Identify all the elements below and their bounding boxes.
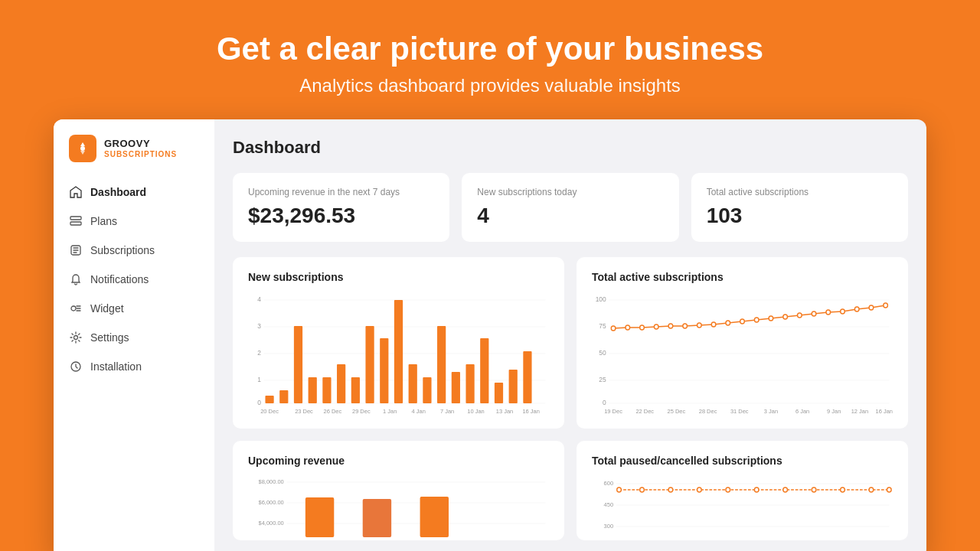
svg-text:7 Jan: 7 Jan [440,408,454,415]
bar-chart-svg: 4 3 2 1 0 [248,292,549,415]
svg-text:16 Jan: 16 Jan [522,408,539,415]
sidebar-item-settings[interactable]: Settings [54,323,214,352]
svg-point-109 [841,487,845,492]
svg-text:6 Jan: 6 Jan [795,408,809,415]
svg-rect-32 [480,338,488,403]
svg-text:75: 75 [599,322,606,330]
widget-label: Widget [90,302,124,315]
svg-text:28 Dec: 28 Dec [699,408,717,415]
home-icon [69,185,83,199]
svg-text:29 Dec: 29 Dec [352,408,371,415]
svg-rect-28 [423,377,431,403]
svg-rect-23 [351,377,360,403]
svg-point-5 [74,336,78,340]
installation-label: Installation [90,360,142,373]
stat-new-subs-label: New subscriptions today [477,187,663,197]
svg-point-59 [654,324,658,329]
svg-point-75 [884,303,888,308]
svg-rect-34 [509,370,518,403]
sidebar: GROOVY SUBSCRIPTIONS Dashboard [54,119,214,551]
svg-rect-92 [305,497,334,537]
svg-point-60 [668,324,673,328]
svg-rect-33 [495,383,503,403]
svg-point-0 [80,146,85,151]
sidebar-item-plans[interactable]: Plans [54,207,214,236]
svg-point-66 [754,318,759,322]
sidebar-nav: Dashboard Plans Subscrip [54,178,214,381]
stat-card-revenue: Upcoming revenue in the next 7 days $23,… [233,173,449,242]
svg-rect-21 [322,377,331,403]
plans-label: Plans [90,215,117,227]
svg-point-68 [783,315,788,319]
stat-card-active-subs: Total active subscriptions 103 [691,173,908,242]
total-active-chart: Total active subscriptions 100 75 50 25 … [577,257,908,429]
svg-rect-31 [466,364,474,403]
upcoming-revenue-title: Upcoming revenue [248,455,549,467]
sidebar-item-notifications[interactable]: Notifications [54,265,214,294]
line-chart-container: 100 75 50 25 0 [592,292,893,415]
svg-text:10 Jan: 10 Jan [467,408,484,415]
svg-point-74 [869,305,874,310]
svg-text:$4,000.00: $4,000.00 [259,520,284,527]
line-chart-svg: 100 75 50 25 0 [592,292,893,415]
svg-text:1: 1 [257,376,261,383]
svg-point-62 [697,323,702,328]
svg-rect-26 [394,300,403,403]
svg-text:20 Dec: 20 Dec [260,408,279,415]
upcoming-revenue-svg: $8,000.00 $6,000.00 $4,000.00 [248,476,549,537]
svg-text:26 Dec: 26 Dec [324,408,342,415]
notifications-icon [69,272,83,286]
svg-point-56 [611,326,616,331]
stat-active-subs-label: Total active subscriptions [707,187,893,197]
svg-text:$8,000.00: $8,000.00 [259,478,284,485]
svg-text:25: 25 [599,376,606,383]
svg-rect-27 [409,364,417,403]
sidebar-item-dashboard[interactable]: Dashboard [54,178,214,207]
svg-rect-17 [265,396,273,403]
svg-text:4: 4 [257,295,261,303]
svg-text:4 Jan: 4 Jan [412,408,426,415]
subscriptions-icon [69,243,83,257]
svg-rect-25 [380,338,388,403]
settings-label: Settings [90,331,129,344]
installation-icon [69,360,83,373]
stat-new-subs-value: 4 [477,204,663,228]
svg-point-101 [617,487,622,492]
stat-revenue-label: Upcoming revenue in the next 7 days [248,187,434,197]
svg-text:$6,000.00: $6,000.00 [259,499,284,506]
svg-point-105 [726,487,730,492]
svg-text:31 Dec: 31 Dec [730,408,749,415]
svg-point-108 [812,487,816,492]
svg-text:9 Jan: 9 Jan [827,408,841,415]
bar-chart-container: 4 3 2 1 0 [248,292,549,415]
svg-text:13 Jan: 13 Jan [496,408,513,415]
notifications-label: Notifications [90,273,149,285]
svg-point-104 [697,487,702,492]
sidebar-item-widget[interactable]: Widget [54,294,214,323]
svg-point-67 [769,316,773,321]
svg-point-110 [869,487,874,492]
svg-text:2: 2 [257,349,261,357]
svg-text:19 Dec: 19 Dec [604,408,622,415]
svg-point-111 [887,487,892,492]
subscriptions-label: Subscriptions [90,244,155,256]
sidebar-item-installation[interactable]: Installation [54,352,214,381]
svg-text:1 Jan: 1 Jan [383,408,397,415]
page-title: Dashboard [233,138,908,158]
svg-text:0: 0 [257,399,261,406]
paused-cancelled-title: Total paused/cancelled subscriptions [592,455,893,467]
svg-rect-35 [523,351,531,403]
svg-point-102 [640,487,645,492]
sidebar-item-subscriptions[interactable]: Subscriptions [54,236,214,265]
svg-text:3: 3 [257,322,261,330]
settings-icon [69,331,83,344]
svg-point-64 [726,321,730,325]
plans-icon [69,214,83,228]
svg-text:3 Jan: 3 Jan [764,408,778,415]
svg-rect-30 [452,372,460,403]
upcoming-revenue-chart: Upcoming revenue $8,000.00 $6,000.00 $4,… [233,441,564,540]
svg-point-57 [626,325,630,330]
dashboard-label: Dashboard [90,186,146,198]
charts-row-1: New subscriptions 4 3 2 1 0 [233,257,908,429]
svg-point-71 [826,310,831,315]
